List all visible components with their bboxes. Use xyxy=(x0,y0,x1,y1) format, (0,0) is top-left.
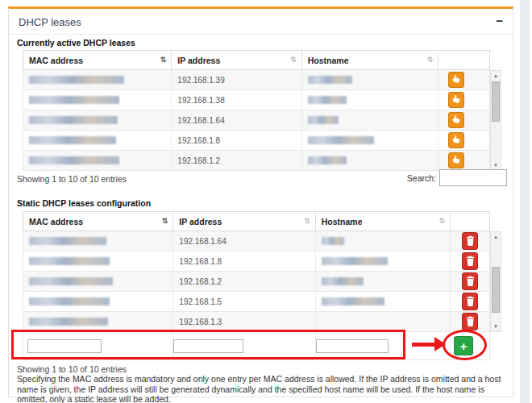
table-header-row: MAC address⇅IP address⇅Hostname⇅ xyxy=(23,50,490,70)
active-leases-info: Showing 1 to 10 of 10 entries xyxy=(17,174,127,184)
static-lease-row: 192.168.1.5 xyxy=(23,292,489,312)
redacted-mac xyxy=(29,136,116,144)
column-header-mac-address[interactable]: MAC address⇅ xyxy=(23,51,172,69)
table-scrollbar[interactable]: ▲ ▼ xyxy=(490,70,501,171)
minus-icon: − xyxy=(496,14,503,27)
hand-icon xyxy=(451,155,461,166)
redacted-hostname xyxy=(322,237,344,245)
mac-address-cell xyxy=(23,251,173,271)
hand-icon xyxy=(451,94,461,106)
redacted-mac xyxy=(29,96,119,104)
static-lease-row: 192.168.1.64 xyxy=(23,231,489,251)
scrollbar-thumb[interactable] xyxy=(492,267,500,313)
search-input[interactable] xyxy=(439,169,507,186)
delete-lease-button[interactable] xyxy=(462,232,478,250)
active-leases-table: MAC address⇅IP address⇅Hostname⇅ 192.168… xyxy=(23,50,501,171)
mac-address-cell xyxy=(23,231,173,251)
column-label: MAC address xyxy=(29,217,83,226)
scroll-up-icon[interactable]: ▲ xyxy=(491,232,501,242)
static-leases-heading: Static DHCP leases configuration xyxy=(17,198,151,208)
column-header-hostname[interactable]: Hostname⇅ xyxy=(316,212,451,231)
delete-lease-button[interactable] xyxy=(462,272,478,290)
assign-static-lease-button[interactable] xyxy=(448,72,464,88)
trash-icon xyxy=(466,316,475,328)
annotation-circle xyxy=(443,330,487,360)
assign-static-lease-button[interactable] xyxy=(448,132,464,148)
redacted-mac xyxy=(29,277,113,285)
actions-cell xyxy=(451,251,489,271)
column-header-ip-address[interactable]: IP address⇅ xyxy=(172,51,301,69)
assign-static-lease-button[interactable] xyxy=(448,152,464,168)
column-label: MAC address xyxy=(29,56,83,65)
active-lease-row: 192.168.1.38 xyxy=(23,90,489,110)
active-lease-row: 192.168.1.2 xyxy=(23,151,489,171)
collapse-card-button[interactable]: − xyxy=(496,9,503,35)
actions-cell xyxy=(438,151,489,170)
mac-address-cell xyxy=(23,151,172,170)
ip-address-cell: 192.168.1.2 xyxy=(172,151,301,170)
mac-address-cell xyxy=(23,272,173,291)
trash-icon xyxy=(466,235,475,247)
hostname-cell xyxy=(316,272,451,291)
trash-icon xyxy=(466,296,475,308)
redacted-mac xyxy=(29,257,110,265)
card-header: DHCP leases − xyxy=(9,9,513,35)
redacted-hostname xyxy=(308,76,352,84)
column-label: Hostname xyxy=(322,217,363,226)
redacted-hostname xyxy=(322,297,384,305)
page-background-strip xyxy=(520,0,530,403)
sort-arrows-icon[interactable]: ⇅ xyxy=(162,218,168,225)
ip-address-cell: 192.168.1.5 xyxy=(173,292,315,311)
delete-lease-button[interactable] xyxy=(462,293,478,310)
ip-address-cell: 192.168.1.64 xyxy=(172,110,301,130)
static-lease-row: 192.168.1.2 xyxy=(23,272,489,292)
hostname-cell xyxy=(316,251,451,271)
column-header-mac-address[interactable]: MAC address⇅ xyxy=(23,212,173,231)
hostname-cell xyxy=(316,231,451,251)
sort-arrows-icon[interactable]: ⇅ xyxy=(439,218,446,225)
mac-address-cell xyxy=(23,110,172,130)
hostname-cell xyxy=(302,110,438,130)
active-leases-heading: Currently active DHCP leases xyxy=(17,38,135,48)
delete-lease-button[interactable] xyxy=(462,252,478,270)
assign-static-lease-button[interactable] xyxy=(448,112,464,128)
column-header-actions xyxy=(451,212,489,231)
column-header-hostname[interactable]: Hostname⇅ xyxy=(302,51,438,69)
ip-address-cell: 192.168.1.2 xyxy=(173,272,315,291)
table-body: 192.168.1.39 192.168.1.38 192.168.1.64 xyxy=(23,70,490,171)
trash-icon xyxy=(466,256,475,268)
table-header-row: MAC address⇅IP address⇅Hostname⇅ xyxy=(23,211,490,231)
sort-arrows-icon[interactable]: ⇅ xyxy=(304,218,310,225)
actions-cell xyxy=(451,272,489,291)
annotation-box xyxy=(11,330,405,359)
scroll-down-icon[interactable]: ▼ xyxy=(491,322,501,331)
mac-address-cell xyxy=(23,292,173,311)
redacted-hostname xyxy=(308,96,347,104)
hand-icon xyxy=(451,135,461,146)
annotation-arrow xyxy=(412,343,435,347)
hostname-cell xyxy=(302,131,438,150)
sort-arrows-icon[interactable]: ⇅ xyxy=(290,56,297,64)
column-header-ip-address[interactable]: IP address⇅ xyxy=(173,212,315,231)
sort-arrows-icon[interactable]: ⇅ xyxy=(160,56,167,64)
assign-static-lease-button[interactable] xyxy=(448,92,464,108)
redacted-hostname xyxy=(322,277,364,285)
redacted-hostname xyxy=(308,156,347,164)
redacted-hostname xyxy=(308,116,339,124)
search-label: Search: xyxy=(407,173,436,183)
redacted-mac xyxy=(29,297,110,305)
ip-address-cell: 192.168.1.64 xyxy=(173,231,315,251)
scroll-up-icon[interactable]: ▲ xyxy=(491,71,501,81)
table-scrollbar[interactable]: ▲ ▼ xyxy=(490,231,501,332)
scrollbar-thumb[interactable] xyxy=(492,81,500,122)
redacted-hostname xyxy=(308,136,374,144)
sort-arrows-icon[interactable]: ⇅ xyxy=(427,56,434,64)
column-label: Hostname xyxy=(308,56,349,65)
actions-cell xyxy=(438,70,489,89)
mac-address-cell xyxy=(23,90,172,110)
delete-lease-button[interactable] xyxy=(462,313,478,330)
ip-address-cell: 192.168.1.8 xyxy=(173,251,315,271)
hand-icon xyxy=(451,114,461,126)
page-title: DHCP leases xyxy=(19,16,81,28)
search-control: Search: xyxy=(407,169,507,186)
